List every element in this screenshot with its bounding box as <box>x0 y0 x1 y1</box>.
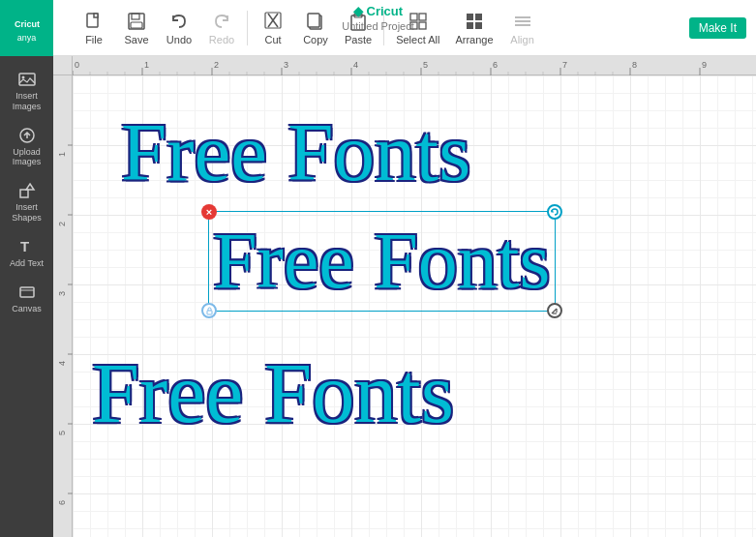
canvas-text-2[interactable]: Free Fonts <box>213 216 551 307</box>
paste-label: Paste <box>345 34 372 45</box>
copy-icon <box>305 11 326 32</box>
rotate-handle[interactable] <box>547 204 562 220</box>
ruler-top: 0 1 2 3 4 5 6 7 8 9 10 <box>73 56 756 75</box>
undo-label: Undo <box>166 34 192 45</box>
cut-label: Cut <box>264 34 281 45</box>
redo-label: Redo <box>209 34 234 45</box>
sidebar-item-canvas[interactable]: Canvas <box>3 277 51 320</box>
project-title-area: ◆ Cricut Untitled Project <box>342 4 414 32</box>
arrange-icon <box>464 11 485 32</box>
copy-label: Copy <box>303 34 328 45</box>
sidebar-item-upload[interactable]: UploadImages <box>3 120 51 174</box>
svg-text:6: 6 <box>57 500 67 505</box>
sidebar-upload-label: UploadImages <box>13 147 42 168</box>
image-icon <box>17 70 37 89</box>
cricut-logo-icon: Cricut <box>13 14 42 33</box>
arrange-label: Arrange <box>455 34 493 45</box>
project-title: Untitled Project <box>342 20 414 32</box>
upload-icon <box>17 126 37 145</box>
cut-icon <box>262 11 284 32</box>
svg-rect-5 <box>131 22 142 28</box>
topbar: Cricut anya File Save Undo <box>0 0 756 56</box>
redo-icon <box>211 11 232 32</box>
redo-button[interactable]: Redo <box>200 7 243 49</box>
svg-text:7: 7 <box>562 60 567 70</box>
undo-button[interactable]: Undo <box>158 7 200 49</box>
delete-handle[interactable]: × <box>201 204 217 220</box>
svg-rect-4 <box>132 14 139 19</box>
svg-text:3: 3 <box>57 291 67 296</box>
logo-area[interactable]: Cricut anya <box>0 0 53 56</box>
sidebar-item-text[interactable]: T Add Text <box>3 231 51 275</box>
save-icon <box>126 11 147 32</box>
svg-text:6: 6 <box>493 60 498 70</box>
canvas-text-2-container[interactable]: Free Fonts × <box>213 216 551 307</box>
shapes-icon <box>17 181 37 200</box>
sidebar-text-label: Add Text <box>10 258 44 269</box>
svg-rect-18 <box>475 22 482 29</box>
svg-point-23 <box>21 76 24 79</box>
svg-text:Cricut: Cricut <box>15 19 40 29</box>
svg-text:2: 2 <box>214 60 219 70</box>
svg-text:3: 3 <box>284 60 288 70</box>
sidebar: InsertImages UploadImages InsertShapes T… <box>0 56 53 537</box>
svg-text:1: 1 <box>57 152 67 157</box>
sidebar-images-label: InsertImages <box>13 91 42 112</box>
svg-rect-8 <box>308 14 319 27</box>
svg-text:0: 0 <box>75 60 79 70</box>
arrange-button[interactable]: Arrange <box>447 7 500 49</box>
save-label: Save <box>124 34 148 45</box>
file-label: File <box>85 34 103 45</box>
svg-rect-2 <box>94 14 98 17</box>
svg-text:9: 9 <box>702 60 707 70</box>
svg-text:1: 1 <box>144 60 149 70</box>
svg-rect-28 <box>20 287 34 297</box>
svg-text:5: 5 <box>423 60 428 70</box>
svg-marker-26 <box>26 184 34 190</box>
select-all-label: Select All <box>396 34 439 45</box>
lock-handle[interactable] <box>201 303 217 318</box>
svg-text:2: 2 <box>57 222 67 226</box>
sidebar-item-images[interactable]: InsertImages <box>3 64 51 118</box>
resize-handle[interactable] <box>547 303 562 318</box>
svg-text:4: 4 <box>57 361 67 366</box>
sep1 <box>247 11 248 45</box>
make-it-button[interactable]: Make It <box>689 17 746 39</box>
svg-rect-22 <box>19 74 35 85</box>
file-icon <box>83 11 105 32</box>
ruler-corner <box>53 56 73 75</box>
cricut-brand: ◆ Cricut <box>353 4 403 18</box>
text-icon: T <box>17 237 37 256</box>
canvas-area[interactable]: 0 1 2 3 4 5 6 7 8 9 10 <box>53 56 756 537</box>
canvas-text-3[interactable]: Free Fonts <box>92 344 454 442</box>
ruler-top-ticks: 0 1 2 3 4 5 6 7 8 9 10 <box>73 56 756 75</box>
save-button[interactable]: Save <box>115 7 158 49</box>
svg-text:4: 4 <box>353 60 358 70</box>
svg-rect-25 <box>20 190 28 197</box>
undo-icon <box>168 11 190 32</box>
svg-text:5: 5 <box>57 431 67 435</box>
right-toolbar: Make It <box>685 17 756 39</box>
svg-text:T: T <box>20 238 29 254</box>
svg-rect-16 <box>475 14 482 20</box>
svg-rect-17 <box>467 22 473 29</box>
svg-rect-88 <box>207 311 212 314</box>
svg-text:8: 8 <box>632 60 637 70</box>
sidebar-shapes-label: InsertShapes <box>12 202 42 224</box>
user-label: anya <box>17 33 37 43</box>
file-menu-button[interactable]: File <box>73 7 115 49</box>
sidebar-canvas-label: Canvas <box>12 304 42 314</box>
svg-line-89 <box>552 309 557 313</box>
sidebar-item-shapes[interactable]: InsertShapes <box>3 175 51 229</box>
ruler-left: 1 2 3 4 5 6 <box>53 75 73 537</box>
svg-rect-12 <box>419 14 426 20</box>
grid-canvas[interactable]: Free Fonts Free Fonts × Free Fonts <box>73 75 756 537</box>
svg-rect-15 <box>467 14 473 20</box>
canvas-text-1[interactable]: Free Fonts <box>121 104 470 199</box>
align-label: Align <box>510 34 533 45</box>
cut-button[interactable]: Cut <box>252 7 294 49</box>
align-button[interactable]: Align <box>501 7 544 49</box>
copy-button[interactable]: Copy <box>294 7 337 49</box>
align-icon <box>512 11 533 32</box>
canvas-icon <box>17 283 37 302</box>
